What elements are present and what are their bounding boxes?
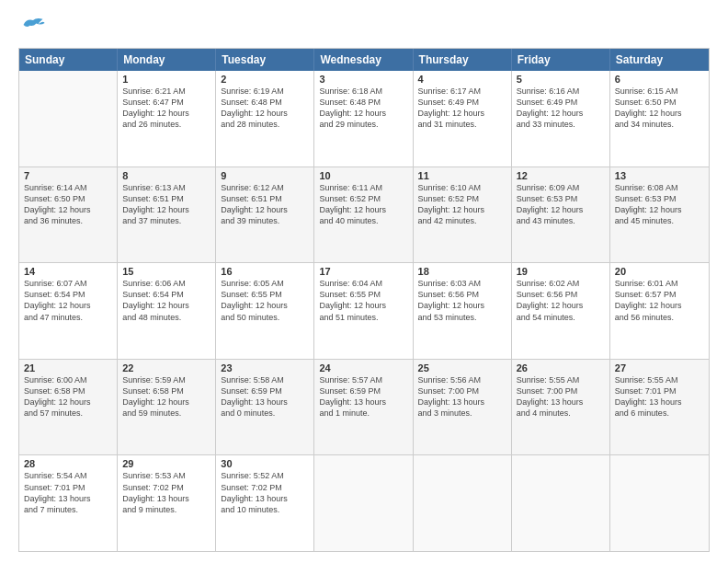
cell-info: Sunrise: 5:58 AM Sunset: 6:59 PM Dayligh…	[221, 374, 309, 419]
cell-info: Sunrise: 6:14 AM Sunset: 6:50 PM Dayligh…	[24, 182, 112, 227]
cell-info: Sunrise: 6:05 AM Sunset: 6:55 PM Dayligh…	[221, 278, 309, 323]
cell-info: Sunrise: 6:13 AM Sunset: 6:51 PM Dayligh…	[122, 182, 210, 227]
calendar-cell: 1Sunrise: 6:21 AM Sunset: 6:47 PM Daylig…	[118, 71, 216, 167]
cell-date: 21	[24, 362, 112, 373]
cell-info: Sunrise: 6:10 AM Sunset: 6:52 PM Dayligh…	[418, 182, 506, 227]
page: SundayMondayTuesdayWednesdayThursdayFrid…	[0, 0, 728, 563]
cell-info: Sunrise: 5:55 AM Sunset: 7:01 PM Dayligh…	[615, 374, 704, 419]
calendar-cell: 26Sunrise: 5:55 AM Sunset: 7:00 PM Dayli…	[512, 360, 610, 455]
cell-info: Sunrise: 6:17 AM Sunset: 6:49 PM Dayligh…	[418, 86, 506, 131]
calendar-cell: 27Sunrise: 5:55 AM Sunset: 7:01 PM Dayli…	[610, 360, 709, 455]
cell-date: 15	[122, 266, 210, 277]
cell-date: 11	[418, 170, 506, 181]
calendar-cell: 29Sunrise: 5:53 AM Sunset: 7:02 PM Dayli…	[118, 455, 216, 551]
cell-date: 17	[319, 266, 407, 277]
calendar-cell: 19Sunrise: 6:02 AM Sunset: 6:56 PM Dayli…	[512, 263, 610, 359]
cell-info: Sunrise: 5:59 AM Sunset: 6:58 PM Dayligh…	[122, 374, 210, 419]
cell-date: 13	[615, 170, 704, 181]
cell-info: Sunrise: 6:21 AM Sunset: 6:47 PM Dayligh…	[122, 86, 210, 131]
cell-info: Sunrise: 6:15 AM Sunset: 6:50 PM Dayligh…	[615, 86, 704, 131]
cell-info: Sunrise: 5:54 AM Sunset: 7:01 PM Dayligh…	[24, 470, 112, 515]
calendar-cell: 2Sunrise: 6:19 AM Sunset: 6:48 PM Daylig…	[216, 71, 314, 167]
cell-date: 1	[122, 74, 210, 85]
calendar-cell: 14Sunrise: 6:07 AM Sunset: 6:54 PM Dayli…	[19, 263, 118, 359]
calendar-cell: 10Sunrise: 6:11 AM Sunset: 6:52 PM Dayli…	[314, 167, 413, 263]
cell-info: Sunrise: 6:09 AM Sunset: 6:53 PM Dayligh…	[517, 182, 605, 227]
cell-info: Sunrise: 6:11 AM Sunset: 6:52 PM Dayligh…	[319, 182, 407, 227]
cell-date: 22	[122, 362, 210, 373]
calendar-cell: 7Sunrise: 6:14 AM Sunset: 6:50 PM Daylig…	[19, 167, 118, 263]
cell-date: 16	[221, 266, 309, 277]
cell-date: 6	[615, 74, 704, 85]
calendar-cell: 24Sunrise: 5:57 AM Sunset: 6:59 PM Dayli…	[314, 360, 413, 455]
cell-info: Sunrise: 6:16 AM Sunset: 6:49 PM Dayligh…	[517, 86, 605, 131]
header-day-friday: Friday	[512, 49, 610, 71]
cell-info: Sunrise: 5:53 AM Sunset: 7:02 PM Dayligh…	[122, 470, 210, 515]
cell-date: 7	[24, 170, 112, 181]
calendar-week-0: 1Sunrise: 6:21 AM Sunset: 6:47 PM Daylig…	[19, 71, 709, 167]
calendar-week-1: 7Sunrise: 6:14 AM Sunset: 6:50 PM Daylig…	[19, 167, 709, 263]
calendar-week-4: 28Sunrise: 5:54 AM Sunset: 7:01 PM Dayli…	[19, 454, 709, 551]
cell-date: 18	[418, 266, 506, 277]
cell-date: 5	[517, 74, 605, 85]
calendar-cell: 9Sunrise: 6:12 AM Sunset: 6:51 PM Daylig…	[216, 167, 314, 263]
cell-date: 8	[122, 170, 210, 181]
calendar-cell: 5Sunrise: 6:16 AM Sunset: 6:49 PM Daylig…	[512, 71, 610, 167]
calendar-cell: 23Sunrise: 5:58 AM Sunset: 6:59 PM Dayli…	[216, 360, 314, 455]
cell-info: Sunrise: 6:12 AM Sunset: 6:51 PM Dayligh…	[221, 182, 309, 227]
calendar-cell: 13Sunrise: 6:08 AM Sunset: 6:53 PM Dayli…	[610, 167, 709, 263]
calendar-header: SundayMondayTuesdayWednesdayThursdayFrid…	[19, 49, 709, 71]
cell-info: Sunrise: 6:01 AM Sunset: 6:57 PM Dayligh…	[615, 278, 704, 323]
cell-info: Sunrise: 6:08 AM Sunset: 6:53 PM Dayligh…	[615, 182, 704, 227]
calendar-cell: 12Sunrise: 6:09 AM Sunset: 6:53 PM Dayli…	[512, 167, 610, 263]
cell-date: 23	[221, 362, 309, 373]
cell-info: Sunrise: 5:56 AM Sunset: 7:00 PM Dayligh…	[418, 374, 506, 419]
calendar-cell: 20Sunrise: 6:01 AM Sunset: 6:57 PM Dayli…	[610, 263, 709, 359]
cell-date: 27	[615, 362, 704, 373]
calendar-cell	[19, 71, 118, 167]
calendar-week-3: 21Sunrise: 6:00 AM Sunset: 6:58 PM Dayli…	[19, 359, 709, 455]
header-day-wednesday: Wednesday	[314, 49, 413, 71]
cell-info: Sunrise: 6:04 AM Sunset: 6:55 PM Dayligh…	[319, 278, 407, 323]
cell-info: Sunrise: 6:18 AM Sunset: 6:48 PM Dayligh…	[319, 86, 407, 131]
cell-info: Sunrise: 6:07 AM Sunset: 6:54 PM Dayligh…	[24, 278, 112, 323]
cell-date: 14	[24, 266, 112, 277]
calendar-cell: 25Sunrise: 5:56 AM Sunset: 7:00 PM Dayli…	[414, 360, 512, 455]
cell-date: 2	[221, 74, 309, 85]
calendar-cell: 30Sunrise: 5:52 AM Sunset: 7:02 PM Dayli…	[216, 455, 314, 551]
calendar-cell: 11Sunrise: 6:10 AM Sunset: 6:52 PM Dayli…	[414, 167, 512, 263]
calendar-cell: 21Sunrise: 6:00 AM Sunset: 6:58 PM Dayli…	[19, 360, 118, 455]
calendar-cell: 3Sunrise: 6:18 AM Sunset: 6:48 PM Daylig…	[314, 71, 413, 167]
cell-info: Sunrise: 5:52 AM Sunset: 7:02 PM Dayligh…	[221, 470, 309, 515]
cell-date: 25	[418, 362, 506, 373]
calendar-week-2: 14Sunrise: 6:07 AM Sunset: 6:54 PM Dayli…	[19, 262, 709, 359]
cell-date: 20	[615, 266, 704, 277]
header-day-thursday: Thursday	[414, 49, 512, 71]
calendar-cell: 28Sunrise: 5:54 AM Sunset: 7:01 PM Dayli…	[19, 455, 118, 551]
cell-date: 12	[517, 170, 605, 181]
cell-date: 26	[517, 362, 605, 373]
calendar-cell: 16Sunrise: 6:05 AM Sunset: 6:55 PM Dayli…	[216, 263, 314, 359]
cell-date: 29	[122, 458, 210, 469]
header-day-sunday: Sunday	[19, 49, 118, 71]
cell-info: Sunrise: 6:02 AM Sunset: 6:56 PM Dayligh…	[517, 278, 605, 323]
calendar-cell: 6Sunrise: 6:15 AM Sunset: 6:50 PM Daylig…	[610, 71, 709, 167]
cell-info: Sunrise: 6:03 AM Sunset: 6:56 PM Dayligh…	[418, 278, 506, 323]
header-day-tuesday: Tuesday	[216, 49, 314, 71]
calendar-cell: 8Sunrise: 6:13 AM Sunset: 6:51 PM Daylig…	[118, 167, 216, 263]
cell-date: 9	[221, 170, 309, 181]
calendar: SundayMondayTuesdayWednesdayThursdayFrid…	[18, 48, 710, 552]
calendar-body: 1Sunrise: 6:21 AM Sunset: 6:47 PM Daylig…	[19, 71, 709, 551]
cell-info: Sunrise: 5:55 AM Sunset: 7:00 PM Dayligh…	[517, 374, 605, 419]
cell-info: Sunrise: 5:57 AM Sunset: 6:59 PM Dayligh…	[319, 374, 407, 419]
header-day-monday: Monday	[118, 49, 216, 71]
header-day-saturday: Saturday	[610, 49, 709, 71]
cell-date: 24	[319, 362, 407, 373]
calendar-cell	[414, 455, 512, 551]
calendar-cell: 22Sunrise: 5:59 AM Sunset: 6:58 PM Dayli…	[118, 360, 216, 455]
cell-date: 30	[221, 458, 309, 469]
header	[18, 15, 710, 39]
cell-info: Sunrise: 6:00 AM Sunset: 6:58 PM Dayligh…	[24, 374, 112, 419]
calendar-cell: 4Sunrise: 6:17 AM Sunset: 6:49 PM Daylig…	[414, 71, 512, 167]
cell-info: Sunrise: 6:19 AM Sunset: 6:48 PM Dayligh…	[221, 86, 309, 131]
